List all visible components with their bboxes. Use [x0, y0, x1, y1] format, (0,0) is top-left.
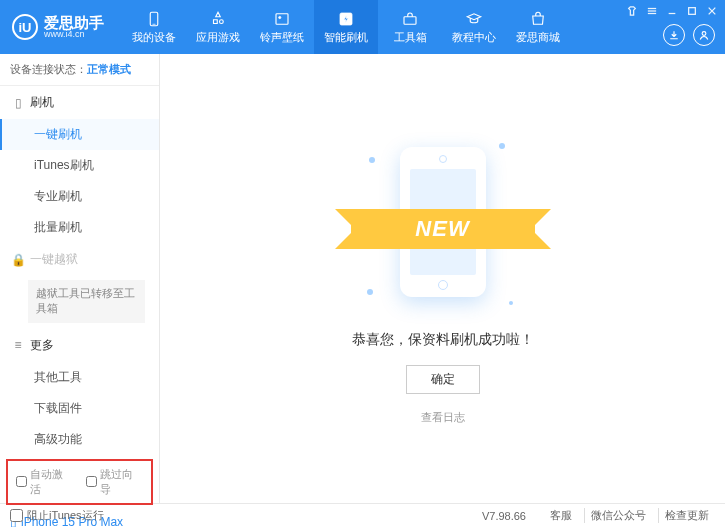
nav-smart-flash[interactable]: 智能刷机 — [314, 0, 378, 54]
version-label: V7.98.66 — [482, 510, 526, 522]
maximize-icon[interactable] — [685, 4, 699, 18]
new-banner: NEW — [351, 209, 535, 249]
app-header: iU 爱思助手 www.i4.cn 我的设备 应用游戏 铃声壁纸 智能刷机 工具… — [0, 0, 725, 54]
logo-icon: iU — [12, 14, 38, 40]
nav-my-device[interactable]: 我的设备 — [122, 0, 186, 54]
nav-ringtones[interactable]: 铃声壁纸 — [250, 0, 314, 54]
sidebar-item-pro-flash[interactable]: 专业刷机 — [0, 181, 159, 212]
nav-label: 爱思商城 — [516, 30, 560, 45]
phone-icon: ▯ — [12, 96, 24, 110]
minimize-icon[interactable] — [665, 4, 679, 18]
nav-toolbox[interactable]: 工具箱 — [378, 0, 442, 54]
download-button[interactable] — [663, 24, 685, 46]
sidebar-item-oneclick-flash[interactable]: 一键刷机 — [0, 119, 159, 150]
nav-apps-games[interactable]: 应用游戏 — [186, 0, 250, 54]
view-log-link[interactable]: 查看日志 — [421, 410, 465, 425]
connection-status: 设备连接状态：正常模式 — [0, 54, 159, 86]
flash-icon — [337, 10, 355, 28]
app-name: 爱思助手 — [44, 15, 104, 30]
svg-rect-2 — [276, 13, 288, 24]
app-url: www.i4.cn — [44, 30, 104, 39]
svg-rect-5 — [404, 16, 416, 24]
success-illustration: NEW — [343, 133, 543, 313]
nav-tutorials[interactable]: 教程中心 — [442, 0, 506, 54]
close-icon[interactable] — [705, 4, 719, 18]
user-button[interactable] — [693, 24, 715, 46]
nav-store[interactable]: 爱思商城 — [506, 0, 570, 54]
activation-options: 自动激活 跳过向导 — [6, 459, 153, 505]
sidebar-item-batch-flash[interactable]: 批量刷机 — [0, 212, 159, 243]
sidebar-item-other-tools[interactable]: 其他工具 — [0, 362, 159, 393]
footer-link-support[interactable]: 客服 — [544, 508, 578, 523]
image-icon — [273, 10, 291, 28]
store-icon — [529, 10, 547, 28]
nav-label: 智能刷机 — [324, 30, 368, 45]
graduation-icon — [465, 10, 483, 28]
checkbox-block-itunes[interactable]: 阻止iTunes运行 — [10, 508, 104, 523]
more-icon: ≡ — [12, 338, 24, 352]
nav-label: 应用游戏 — [196, 30, 240, 45]
svg-point-3 — [279, 16, 281, 18]
svg-rect-10 — [689, 8, 696, 15]
section-jailbreak: 🔒 一键越狱 — [0, 243, 159, 276]
svg-point-13 — [702, 32, 706, 36]
sidebar-item-download-firmware[interactable]: 下载固件 — [0, 393, 159, 424]
app-logo: iU 爱思助手 www.i4.cn — [12, 14, 104, 40]
window-controls — [625, 4, 719, 18]
section-flash[interactable]: ▯ 刷机 — [0, 86, 159, 119]
nav-label: 铃声壁纸 — [260, 30, 304, 45]
apps-icon — [209, 10, 227, 28]
svg-rect-0 — [150, 12, 158, 26]
skin-icon[interactable] — [625, 4, 639, 18]
toolbox-icon — [401, 10, 419, 28]
sidebar-item-itunes-flash[interactable]: iTunes刷机 — [0, 150, 159, 181]
nav-label: 我的设备 — [132, 30, 176, 45]
main-content: NEW 恭喜您，保资料刷机成功啦！ 确定 查看日志 — [160, 54, 725, 503]
success-message: 恭喜您，保资料刷机成功啦！ — [352, 331, 534, 349]
footer-link-wechat[interactable]: 微信公众号 — [584, 508, 652, 523]
footer-link-update[interactable]: 检查更新 — [658, 508, 715, 523]
checkbox-skip-guide[interactable]: 跳过向导 — [86, 467, 144, 497]
sidebar-item-advanced[interactable]: 高级功能 — [0, 424, 159, 455]
top-nav: 我的设备 应用游戏 铃声壁纸 智能刷机 工具箱 教程中心 爱思商城 — [122, 0, 570, 54]
menu-icon[interactable] — [645, 4, 659, 18]
checkbox-auto-activate[interactable]: 自动激活 — [16, 467, 74, 497]
ok-button[interactable]: 确定 — [406, 365, 480, 394]
section-more[interactable]: ≡ 更多 — [0, 329, 159, 362]
jailbreak-note: 越狱工具已转移至工具箱 — [28, 280, 145, 323]
phone-icon — [145, 10, 163, 28]
nav-label: 教程中心 — [452, 30, 496, 45]
lock-icon: 🔒 — [12, 253, 24, 267]
sidebar: 设备连接状态：正常模式 ▯ 刷机 一键刷机 iTunes刷机 专业刷机 批量刷机… — [0, 54, 160, 503]
nav-label: 工具箱 — [394, 30, 427, 45]
